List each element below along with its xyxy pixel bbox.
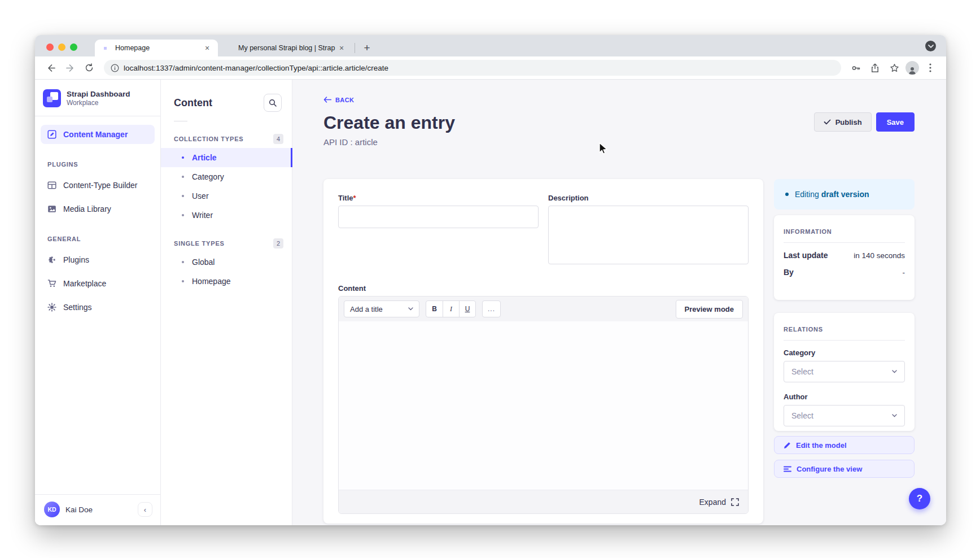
share-button[interactable] — [867, 60, 883, 76]
collapse-sidebar-button[interactable]: ‹ — [138, 502, 152, 517]
forward-button[interactable] — [62, 60, 78, 76]
key-icon — [851, 63, 861, 73]
group-label-single-types: SINGLE TYPES — [174, 240, 225, 247]
list-settings-icon — [784, 466, 791, 472]
rich-text-editor: Add a title B I U ... Preview mode — [338, 296, 749, 514]
subnav-item-homepage[interactable]: Homepage — [161, 272, 292, 291]
category-select[interactable]: Select — [784, 361, 905, 382]
expand-label[interactable]: Expand — [699, 498, 726, 507]
browser-menu-button[interactable] — [922, 60, 938, 76]
sidebar-item-media-library[interactable]: Media Library — [41, 199, 155, 219]
main-content: BACK Create an entry API ID : article Pu… — [292, 80, 946, 525]
heading-select[interactable]: Add a title — [344, 300, 419, 317]
bookmark-star-button[interactable] — [886, 60, 902, 76]
subnav-title: Content — [174, 97, 212, 109]
editor-body[interactable] — [339, 321, 748, 490]
tab-title: Homepage — [115, 44, 202, 52]
back-button[interactable] — [43, 60, 59, 76]
user-avatar[interactable]: KD — [44, 502, 60, 517]
tab-strapi-blog[interactable]: My personal Strapi blog | Strap × — [218, 40, 352, 56]
subnav-item-article[interactable]: Article — [161, 148, 292, 167]
tab-search-button[interactable] — [925, 41, 936, 51]
subnav-item-label: Global — [192, 258, 215, 267]
brand-subtitle: Workplace — [67, 99, 130, 107]
tab-homepage[interactable]: Homepage × — [95, 40, 218, 56]
minimize-window-button[interactable] — [58, 43, 65, 51]
sidebar-item-settings[interactable]: Settings — [41, 298, 155, 317]
sidebar-item-marketplace[interactable]: Marketplace — [41, 274, 155, 293]
sidebar-section-general: GENERAL — [35, 223, 160, 246]
three-dot-menu-icon — [929, 63, 931, 72]
bold-button[interactable]: B — [426, 301, 443, 317]
bullet-icon — [182, 156, 184, 159]
password-key-button[interactable] — [848, 60, 864, 76]
title-input[interactable] — [338, 206, 539, 228]
new-tab-button[interactable]: + — [360, 41, 374, 55]
author-select[interactable]: Select — [784, 405, 905, 426]
subnav-item-label: Homepage — [192, 277, 231, 286]
content-subnav: Content COLLECTION TYPES 4 Article Categ… — [161, 80, 292, 525]
sidebar-item-plugins[interactable]: Plugins — [41, 250, 155, 269]
content-field-label: Content — [338, 284, 749, 293]
description-textarea[interactable] — [548, 206, 749, 264]
tab-close-icon[interactable]: × — [336, 43, 347, 53]
workspace-brand[interactable]: Strapi Dashboard Workplace — [35, 80, 160, 116]
info-icon[interactable] — [111, 64, 119, 72]
entry-form-card: Title* Description Content — [323, 179, 763, 524]
italic-button[interactable]: I — [443, 301, 459, 317]
gear-icon — [47, 303, 56, 312]
strapi-logo — [43, 89, 61, 107]
subnav-item-user[interactable]: User — [161, 186, 292, 206]
subnav-item-global[interactable]: Global — [161, 252, 292, 272]
puzzle-icon — [47, 255, 56, 264]
panel-divider — [784, 340, 905, 341]
editor-toolbar: Add a title B I U ... Preview mode — [339, 297, 748, 321]
reload-icon — [85, 63, 94, 72]
blog-favicon — [225, 43, 234, 53]
publish-button[interactable]: Publish — [814, 112, 872, 132]
bullet-icon — [182, 261, 184, 263]
relations-heading: RELATIONS — [784, 326, 905, 333]
forward-arrow-icon — [65, 63, 75, 73]
information-heading: INFORMATION — [784, 228, 905, 235]
group-label-collection-types: COLLECTION TYPES — [174, 136, 243, 142]
address-bar[interactable]: localhost:1337/admin/content-manager/col… — [104, 60, 841, 76]
bullet-icon — [182, 195, 184, 197]
browser-window: Homepage × My personal Strapi blog | Str… — [35, 35, 946, 525]
collection-types-count-badge: 4 — [273, 134, 283, 144]
window-controls — [46, 43, 77, 51]
expand-icon[interactable] — [731, 498, 739, 506]
preview-mode-button[interactable]: Preview mode — [676, 300, 743, 319]
reload-button[interactable] — [81, 60, 97, 76]
back-link[interactable]: BACK — [323, 97, 354, 103]
sidebar-item-label: Content Manager — [63, 130, 128, 139]
search-button[interactable] — [264, 94, 282, 112]
tab-close-icon[interactable]: × — [202, 43, 212, 53]
underline-button[interactable]: U — [459, 301, 475, 317]
author-relation-label: Author — [784, 393, 905, 401]
subnav-item-category[interactable]: Category — [161, 167, 292, 186]
help-button[interactable]: ? — [909, 488, 930, 509]
zoom-window-button[interactable] — [70, 43, 77, 51]
sidebar-item-content-type-builder[interactable]: Content-Type Builder — [41, 176, 155, 195]
text-style-group: B I U — [426, 300, 476, 317]
edit-the-model-button[interactable]: Edit the model — [774, 436, 915, 454]
strapi-favicon — [102, 43, 111, 53]
browser-profile-avatar[interactable] — [905, 61, 919, 75]
title-field-label: Title* — [338, 194, 539, 202]
category-relation-label: Category — [784, 348, 905, 357]
sidebar-item-content-manager[interactable]: Content Manager — [41, 125, 155, 144]
tab-title: My personal Strapi blog | Strap — [238, 44, 336, 52]
more-formatting-button[interactable]: ... — [482, 300, 501, 317]
draft-status-text: Editing draft version — [795, 190, 869, 199]
information-card: INFORMATION Last update in 140 seconds B… — [774, 215, 915, 300]
subnav-item-writer[interactable]: Writer — [161, 206, 292, 225]
tab-strip: Homepage × My personal Strapi blog | Str… — [35, 35, 946, 56]
person-icon — [908, 66, 917, 75]
save-button[interactable]: Save — [876, 112, 915, 132]
close-window-button[interactable] — [46, 43, 54, 51]
sidebar-item-label: Marketplace — [63, 279, 106, 288]
share-icon — [870, 63, 880, 73]
configure-the-view-button[interactable]: Configure the view — [774, 460, 915, 478]
info-row-last-update: Last update in 140 seconds — [784, 251, 905, 260]
